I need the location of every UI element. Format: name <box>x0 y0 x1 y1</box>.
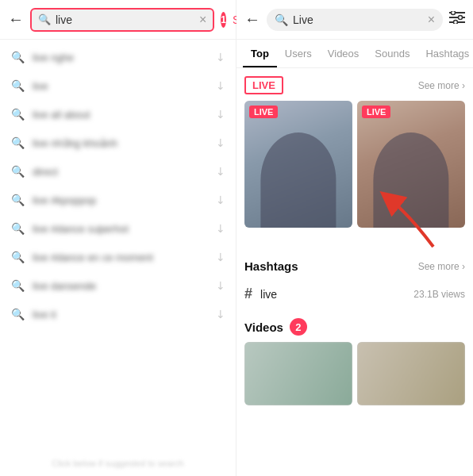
right-header: ← 🔍 Live × <box>236 0 473 40</box>
video-thumb-2[interactable] <box>357 342 465 405</box>
list-item[interactable]: 🔍 live #dance sưperhot ↖ <box>0 214 236 243</box>
arrow-icon: ↖ <box>212 249 228 265</box>
videos-badge: 2 <box>290 318 307 336</box>
arrow-icon: ↖ <box>212 163 228 179</box>
hashtags-section-header: Hashtags See more › <box>244 259 465 273</box>
arrow-icon: ↖ <box>212 49 228 65</box>
hashtag-name: live <box>260 288 406 301</box>
svg-point-4 <box>459 16 463 20</box>
list-item[interactable]: 🔍 live #kpoppop ↖ <box>0 186 236 214</box>
live-section-header: LIVE See more › <box>244 76 465 94</box>
list-item[interactable]: 🔍 live dansende ↖ <box>0 271 236 300</box>
arrow-icon: ↖ <box>212 135 228 151</box>
videos-section-header: Videos 2 <box>244 318 465 336</box>
tab-videos[interactable]: Videos <box>320 40 367 67</box>
search-icon: 🔍 <box>11 308 25 321</box>
video-thumb-bg-1 <box>244 342 352 405</box>
list-item[interactable]: 🔍 live ↖ <box>0 71 236 100</box>
person-silhouette <box>260 132 336 228</box>
left-panel: ← 🔍 × 1 Search 🔍 live nghe ↖ 🔍 live ↖ 🔍 … <box>0 0 236 476</box>
filter-icon[interactable] <box>449 11 465 28</box>
suggestion-text: live it <box>33 309 207 321</box>
search-input-left[interactable] <box>56 13 194 26</box>
search-text-right: Live <box>293 13 423 26</box>
videos-row <box>244 342 465 405</box>
live-badge: LIVE <box>244 76 283 94</box>
hashtags-section: Hashtags See more › # live 23.1B views <box>244 259 465 309</box>
search-icon-right: 🔍 <box>275 13 288 26</box>
search-box-left[interactable]: 🔍 × <box>30 8 214 32</box>
tab-users[interactable]: Users <box>277 40 320 67</box>
search-box-right[interactable]: 🔍 Live × <box>267 9 443 31</box>
videos-title: Videos <box>244 321 283 334</box>
hashtags-title: Hashtags <box>244 259 298 273</box>
search-icon: 🔍 <box>11 194 25 206</box>
tab-sounds[interactable]: Sounds <box>367 40 417 67</box>
clear-icon-left[interactable]: × <box>199 13 206 27</box>
suggestion-text: live #dance en ce moment <box>33 251 207 263</box>
badge-1: 1 <box>221 12 226 28</box>
hash-icon: # <box>244 286 252 302</box>
back-icon-left[interactable]: ← <box>8 10 24 29</box>
left-header: ← 🔍 × 1 Search <box>0 0 236 40</box>
suggestion-text: live all about <box>33 109 207 121</box>
list-item[interactable]: 🔍 direct ↖ <box>0 157 236 186</box>
live-label-1: LIVE <box>249 106 278 118</box>
search-icon-left: 🔍 <box>38 13 51 25</box>
list-item[interactable]: 🔍 live nghe ↖ <box>0 43 236 71</box>
arrow-icon: ↖ <box>212 192 228 208</box>
list-item[interactable]: 🔍 live it ↖ <box>0 300 236 328</box>
search-icon: 🔍 <box>11 251 25 263</box>
arrow-icon: ↖ <box>212 78 228 94</box>
suggestion-text: live #kpoppop <box>33 194 207 206</box>
back-icon-right[interactable]: ← <box>244 10 260 29</box>
list-item[interactable]: 🔍 live all about ↖ <box>0 100 236 129</box>
search-icon: 🔍 <box>11 222 25 235</box>
arrow-icon: ↖ <box>212 306 228 322</box>
search-icon: 🔍 <box>11 165 25 178</box>
suggestion-text: live dansende <box>33 280 207 292</box>
see-more-hashtags[interactable]: See more › <box>418 261 465 272</box>
suggestion-text: direct <box>33 166 207 178</box>
suggestion-text: live nghe <box>33 52 207 63</box>
suggestion-text: live <box>33 80 207 92</box>
search-icon: 🔍 <box>11 136 25 149</box>
right-content: LIVE See more › LIVE LIVE <box>236 68 473 476</box>
annotation-arrow <box>378 191 441 255</box>
hashtag-views: 23.1B views <box>413 289 465 300</box>
svg-point-3 <box>452 11 456 15</box>
list-item[interactable]: 🔍 live #dance en ce moment ↖ <box>0 243 236 271</box>
tabs: Top Users Videos Sounds Hashtags <box>236 40 473 68</box>
hashtag-item-live[interactable]: # live 23.1B views <box>244 279 465 309</box>
right-panel: ← 🔍 Live × Top Users Videos Sounds Hasht… <box>236 0 473 476</box>
tab-top[interactable]: Top <box>243 40 277 67</box>
see-more-live[interactable]: See more › <box>418 80 465 91</box>
svg-point-5 <box>454 21 458 25</box>
video-thumb-1[interactable] <box>244 342 352 405</box>
arrow-icon: ↖ <box>212 221 228 236</box>
suggestion-text: live những khoảnh <box>33 137 207 149</box>
video-thumb-bg-2 <box>357 342 465 405</box>
arrow-icon: ↖ <box>212 278 228 294</box>
arrow-icon: ↖ <box>212 106 228 122</box>
search-icon: 🔍 <box>11 79 25 92</box>
tab-hashtags[interactable]: Hashtags <box>417 40 473 67</box>
search-icon: 🔍 <box>11 51 25 63</box>
left-footer: Click below if suggested to search <box>0 451 236 476</box>
suggestions-list: 🔍 live nghe ↖ 🔍 live ↖ 🔍 live all about … <box>0 40 236 451</box>
live-video-1[interactable]: LIVE <box>244 101 352 228</box>
search-icon: 🔍 <box>11 279 25 292</box>
suggestion-text: live #dance sưperhot <box>33 223 207 235</box>
live-label-2: LIVE <box>362 106 390 118</box>
clear-icon-right[interactable]: × <box>428 13 435 27</box>
list-item[interactable]: 🔍 live những khoảnh ↖ <box>0 129 236 157</box>
search-icon: 🔍 <box>11 108 25 121</box>
